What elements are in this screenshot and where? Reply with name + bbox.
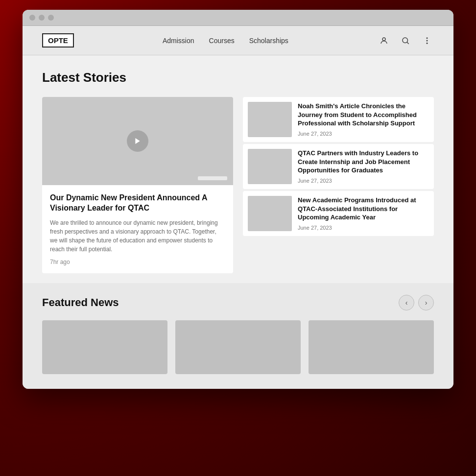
svg-point-5 — [426, 42, 428, 44]
play-button[interactable] — [127, 130, 148, 152]
nav-scholarships[interactable]: Scholarships — [249, 37, 288, 45]
featured-article-title: Our Dynamic New President Announced A Vi… — [50, 193, 225, 214]
traffic-light-close[interactable] — [29, 15, 35, 21]
more-icon[interactable] — [420, 34, 434, 48]
nav-admission[interactable]: Admission — [163, 37, 194, 45]
article-info-3: New Academic Programs Introduced at QTAC… — [298, 196, 429, 231]
traffic-light-minimize[interactable] — [39, 15, 45, 21]
news-cards-row — [42, 320, 434, 374]
featured-article-desc: We are thrilled to announce our dynamic … — [50, 218, 225, 254]
article-row[interactable]: Noah Smith's Article Chronicles the Jour… — [243, 97, 434, 142]
nav-links: Admission Courses Scholarships — [163, 37, 288, 45]
stories-grid: Our Dynamic New President Announced A Vi… — [42, 97, 434, 273]
svg-point-3 — [426, 37, 428, 39]
progress-bar — [198, 176, 227, 180]
carousel-controls: ‹ › — [399, 295, 434, 310]
article-thumbnail-3 — [248, 196, 292, 231]
nav-courses[interactable]: Courses — [209, 37, 235, 45]
latest-stories-title: Latest Stories — [42, 70, 434, 85]
article-title-1: Noah Smith's Article Chronicles the Jour… — [298, 102, 429, 128]
article-row[interactable]: QTAC Partners with Industry Leaders to C… — [243, 144, 434, 189]
article-date-3: June 27, 2023 — [298, 225, 429, 231]
browser-window: OPTE Admission Courses Scholarships — [23, 10, 453, 389]
svg-point-4 — [426, 40, 428, 41]
featured-article-time: 7hr ago — [50, 259, 225, 265]
svg-line-2 — [407, 42, 408, 44]
news-card-1[interactable] — [42, 320, 167, 374]
featured-news-header: Featured News ‹ › — [42, 295, 434, 310]
news-card-3[interactable] — [309, 320, 434, 374]
article-info-1: Noah Smith's Article Chronicles the Jour… — [298, 102, 429, 137]
article-thumbnail-2 — [248, 149, 292, 184]
news-card-2[interactable] — [175, 320, 301, 374]
nav-icons — [377, 34, 434, 48]
svg-point-1 — [403, 38, 408, 43]
article-row[interactable]: New Academic Programs Introduced at QTAC… — [243, 191, 434, 236]
article-info-2: QTAC Partners with Industry Leaders to C… — [298, 149, 429, 184]
article-date-1: June 27, 2023 — [298, 131, 429, 137]
search-icon[interactable] — [399, 34, 412, 48]
browser-titlebar — [23, 10, 453, 26]
article-title-3: New Academic Programs Introduced at QTAC… — [298, 196, 429, 222]
svg-point-0 — [382, 38, 385, 41]
side-articles: Noah Smith's Article Chronicles the Jour… — [243, 97, 434, 273]
featured-article-card[interactable]: Our Dynamic New President Announced A Vi… — [42, 97, 233, 273]
featured-card-body: Our Dynamic New President Announced A Vi… — [42, 185, 233, 273]
user-icon[interactable] — [377, 34, 391, 48]
carousel-next-button[interactable]: › — [418, 295, 434, 310]
carousel-prev-button[interactable]: ‹ — [399, 295, 414, 310]
svg-marker-6 — [135, 138, 140, 144]
featured-news-title: Featured News — [42, 296, 119, 309]
featured-news-section: Featured News ‹ › — [23, 283, 453, 389]
article-date-2: June 27, 2023 — [298, 178, 429, 184]
traffic-light-maximize[interactable] — [48, 15, 54, 21]
video-thumbnail[interactable] — [42, 97, 233, 185]
article-title-2: QTAC Partners with Industry Leaders to C… — [298, 149, 429, 175]
article-thumbnail-1 — [248, 102, 292, 137]
logo[interactable]: OPTE — [42, 33, 74, 48]
main-content: Latest Stories Our Dynamic New President… — [23, 55, 453, 283]
navbar: OPTE Admission Courses Scholarships — [23, 26, 453, 55]
